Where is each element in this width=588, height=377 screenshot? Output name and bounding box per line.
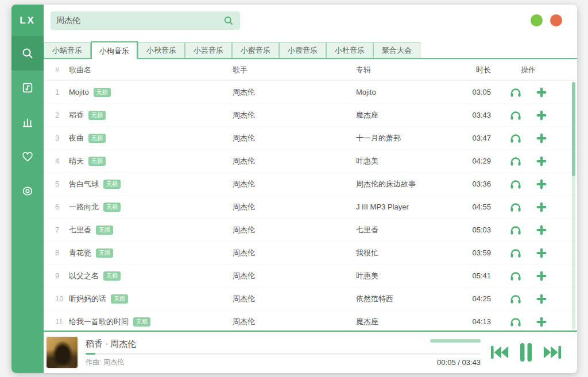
table-row[interactable]: 5 告白气球 无损 周杰伦 周杰伦的床边故事 03:36: [44, 173, 577, 196]
table-row[interactable]: 2 稻香 无损 周杰伦 魔杰座 03:43: [44, 104, 577, 127]
row-index: 4: [55, 157, 69, 165]
row-index: 8: [55, 248, 69, 257]
column-header-index: #: [55, 65, 69, 74]
row-actions: [491, 270, 566, 282]
song-duration: 03:59: [451, 248, 491, 257]
quality-badge: 无损: [103, 203, 121, 212]
sidebar-nav: [11, 36, 44, 208]
quality-badge: 无损: [111, 294, 128, 304]
search-input[interactable]: [56, 16, 223, 25]
song-name: 一路向北: [69, 202, 99, 212]
add-icon[interactable]: [536, 316, 547, 328]
song-table: # 歌曲名 歌手 专辑 时长 操作 1 Mojito 无损 周杰伦 Mojito…: [44, 59, 577, 331]
song-name: 以父之名: [69, 271, 99, 281]
row-index: 6: [55, 203, 69, 211]
add-icon[interactable]: [536, 178, 547, 190]
row-name-cell: 给我一首歌的时间 无损: [69, 317, 233, 327]
table-row[interactable]: 8 青花瓷 无损 周杰伦 我很忙 03:59: [44, 242, 577, 265]
previous-button[interactable]: [490, 344, 509, 361]
quality-badge: 无损: [88, 134, 106, 143]
source-tab[interactable]: 小蜜音乐: [232, 42, 279, 58]
sidebar: LX: [11, 5, 44, 373]
song-duration: 04:13: [451, 317, 491, 326]
bar-chart-icon: [21, 116, 34, 129]
source-tab[interactable]: 小秋音乐: [138, 42, 185, 58]
row-actions: [491, 178, 566, 190]
source-tab[interactable]: 小枸音乐: [91, 41, 138, 59]
row-actions: [491, 156, 566, 167]
search-submit-icon[interactable]: [223, 15, 234, 26]
table-row[interactable]: 11 给我一首歌的时间 无损 周杰伦 魔杰座 04:13: [44, 310, 577, 331]
scrollbar-track[interactable]: [572, 82, 575, 329]
song-duration: 03:43: [451, 111, 491, 119]
sidebar-item-ranking[interactable]: [11, 105, 44, 139]
row-name-cell: 夜曲 无损: [69, 133, 233, 143]
table-row[interactable]: 10 听妈妈的话 无损 周杰伦 依然范特西 04:25: [44, 287, 577, 310]
table-row[interactable]: 4 晴天 无损 周杰伦 叶惠美 04:29: [44, 150, 577, 173]
row-name-cell: 晴天 无损: [69, 156, 233, 166]
row-index: 1: [55, 88, 69, 96]
source-tab[interactable]: 小芸音乐: [185, 42, 232, 58]
add-icon[interactable]: [536, 133, 547, 144]
listen-icon[interactable]: [509, 178, 522, 190]
add-icon[interactable]: [536, 293, 547, 305]
add-icon[interactable]: [536, 224, 547, 236]
song-name: 青花瓷: [69, 248, 91, 258]
listen-icon[interactable]: [509, 247, 522, 259]
minimize-button[interactable]: [531, 14, 543, 26]
song-album: 我很忙: [356, 248, 451, 258]
add-icon[interactable]: [536, 156, 547, 167]
table-row[interactable]: 3 夜曲 无损 周杰伦 十一月的萧邦 03:47: [44, 127, 577, 150]
add-icon[interactable]: [536, 201, 547, 213]
song-artist: 周杰伦: [233, 271, 356, 281]
quality-badge: 无损: [88, 111, 106, 120]
main-area: 小蜗音乐 小枸音乐 小秋音乐 小芸音乐 小蜜音乐 小霞音乐 小杜音乐 聚合大会 …: [44, 5, 577, 373]
table-row[interactable]: 7 七里香 无损 周杰伦 七里香 05:03: [44, 219, 577, 242]
add-icon[interactable]: [536, 247, 547, 259]
source-tab[interactable]: 小蜗音乐: [44, 42, 91, 58]
song-album: 魔杰座: [356, 110, 451, 121]
listen-icon[interactable]: [509, 316, 522, 328]
listen-icon[interactable]: [509, 156, 522, 167]
source-tab[interactable]: 小杜音乐: [326, 42, 373, 58]
tab-bar: 小蜗音乐 小枸音乐 小秋音乐 小芸音乐 小蜜音乐 小霞音乐 小杜音乐 聚合大会: [44, 41, 577, 59]
source-tab[interactable]: 小霞音乐: [279, 42, 326, 58]
row-name-cell: 稻香 无损: [69, 110, 233, 121]
song-album: 叶惠美: [356, 156, 451, 166]
listen-icon[interactable]: [509, 270, 522, 282]
quality-badge: 无损: [88, 157, 106, 166]
listen-icon[interactable]: [509, 201, 522, 213]
next-button[interactable]: [543, 344, 562, 361]
volume-slider[interactable]: [430, 339, 481, 343]
scrollbar-thumb[interactable]: [572, 82, 575, 176]
listen-icon[interactable]: [509, 133, 522, 144]
sidebar-item-favorites[interactable]: [11, 139, 44, 174]
table-row[interactable]: 1 Mojito 无损 周杰伦 Mojito 03:05: [44, 81, 577, 104]
sidebar-item-search[interactable]: [11, 36, 44, 71]
sidebar-item-songlist[interactable]: [11, 71, 44, 105]
listen-icon[interactable]: [509, 224, 522, 236]
song-artist: 周杰伦: [233, 110, 356, 121]
column-header-name: 歌曲名: [69, 65, 233, 75]
row-name-cell: 以父之名 无损: [69, 271, 233, 281]
row-index: 9: [55, 271, 69, 280]
table-row[interactable]: 9 以父之名 无损 周杰伦 叶惠美 05:41: [44, 265, 577, 287]
song-duration: 03:36: [451, 180, 491, 188]
player-info: 稻香 - 周杰伦 作曲: 周杰伦 00:05 / 03:43: [79, 338, 481, 367]
add-icon[interactable]: [536, 270, 547, 282]
quality-badge: 无损: [96, 248, 113, 258]
sidebar-item-settings[interactable]: [11, 174, 44, 208]
add-icon[interactable]: [536, 110, 547, 121]
pause-button[interactable]: [519, 343, 533, 362]
player-bar: 稻香 - 周杰伦 作曲: 周杰伦 00:05 / 03:43: [44, 331, 577, 373]
song-artist: 周杰伦: [233, 225, 356, 235]
table-row[interactable]: 6 一路向北 无损 周杰伦 J III MP3 Player 04:55: [44, 196, 577, 219]
close-button[interactable]: [550, 14, 562, 26]
progress-bar[interactable]: [86, 353, 481, 355]
listen-icon[interactable]: [509, 293, 522, 305]
source-tab[interactable]: 聚合大会: [373, 42, 420, 58]
listen-icon[interactable]: [509, 110, 522, 121]
add-icon[interactable]: [536, 87, 547, 98]
row-actions: [491, 201, 566, 213]
listen-icon[interactable]: [509, 87, 522, 98]
